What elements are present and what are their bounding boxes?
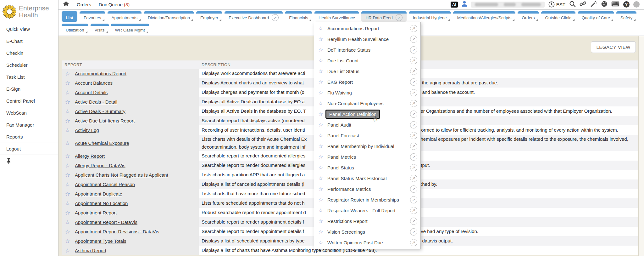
report-link[interactable]: Appointment Type Totals [75, 238, 126, 244]
open-in-new-icon[interactable]: ↗ [410, 121, 417, 128]
report-link[interactable]: Accommodations Report [75, 71, 126, 76]
open-in-new-icon[interactable]: ↗ [410, 164, 417, 171]
open-in-new-icon[interactable]: ↗ [410, 57, 417, 64]
menu-item-dot-interface-status[interactable]: ☆ DoT Interface Status ↗ [314, 44, 420, 55]
report-link[interactable]: Active Deals - Summary [75, 109, 125, 114]
timezone-button[interactable]: EST [548, 1, 565, 8]
favorite-star-icon[interactable]: ☆ [317, 79, 324, 85]
report-link[interactable]: Applicant Charts Not Flagged as Is Appli… [75, 172, 168, 178]
menu-item-performance-metrics[interactable]: ☆ Performance Metrics ↗ [314, 184, 420, 194]
menu-item-ekg-report[interactable]: ☆ EKG Report ↗ [314, 77, 420, 87]
legacy-view-button[interactable]: LEGACY VIEW [591, 41, 636, 53]
menu-item-panel-status-mark-historical[interactable]: ☆ Panel Status Mark Historical ↗ [314, 173, 420, 184]
sidebar-item-reports[interactable]: Reports [0, 131, 58, 143]
report-link[interactable]: Allergy Report - DataVis [75, 163, 125, 168]
report-link[interactable]: Appointment Report - DataVis [75, 219, 137, 225]
menu-item-restrictions-report[interactable]: ☆ Restrictions Report ↗ [314, 216, 420, 226]
favorite-star-icon[interactable]: ☆ [64, 247, 71, 254]
favorite-star-icon[interactable]: ☆ [64, 181, 71, 188]
favorite-star-icon[interactable]: ☆ [317, 164, 324, 171]
open-in-new-icon[interactable]: ↗ [410, 68, 417, 75]
favorite-star-icon[interactable]: ☆ [64, 99, 71, 105]
sidebar-item-webscan[interactable]: WebScan [0, 107, 58, 119]
tab-visits[interactable]: Visits [91, 24, 109, 34]
menu-item-beryllium-health-surveillance[interactable]: ☆ Beryllium Health Surveillance ↗ [314, 34, 420, 44]
menu-item-panel-membership-by-individual[interactable]: ☆ Panel Membership by Individual ↗ [314, 141, 420, 151]
sidebar-item-e-sign[interactable]: E-Sign [0, 83, 58, 95]
favorite-star-icon[interactable]: ☆ [64, 191, 71, 197]
globe-button[interactable] [601, 1, 608, 9]
report-link[interactable]: Active Due List Items Report [75, 118, 135, 123]
report-link[interactable]: Account Balances [75, 80, 113, 86]
menu-item-panel-action-definition[interactable]: ☆ Panel Action Definition ↗ ☝ [314, 109, 420, 119]
favorite-star-icon[interactable]: ☆ [317, 47, 324, 53]
favorite-star-icon[interactable]: ☆ [64, 140, 71, 146]
favorite-star-icon[interactable]: ☆ [317, 207, 324, 213]
menu-item-accommodations-report[interactable]: ☆ Accommodations Report ↗ [314, 23, 420, 34]
report-link[interactable]: Activity Log [75, 128, 99, 133]
open-in-new-icon[interactable]: ↗ [410, 143, 417, 150]
favorite-star-icon[interactable]: ☆ [317, 175, 324, 181]
favorite-star-icon[interactable]: ☆ [317, 196, 324, 203]
open-in-new-icon[interactable]: ↗ [410, 207, 417, 214]
open-in-new-icon[interactable]: ↗ [410, 228, 417, 236]
favorite-star-icon[interactable]: ☆ [317, 154, 324, 160]
menu-item-panel-forecast[interactable]: ☆ Panel Forecast ↗ [314, 130, 420, 141]
favorite-star-icon[interactable]: ☆ [317, 57, 324, 64]
tab-hr-data-feed[interactable]: HR Data Feed ↗ [361, 11, 406, 22]
tab-dictation-transcription[interactable]: Dictation/Transcription [144, 11, 194, 22]
menu-item-panel-audit[interactable]: ☆ Panel Audit ↗ [314, 119, 420, 130]
help-button[interactable]: ? [623, 1, 630, 8]
favorite-star-icon[interactable]: ☆ [317, 100, 324, 106]
open-in-new-icon[interactable]: ↗ [410, 111, 417, 118]
menu-item-respirator-roster-in-memberships[interactable]: ☆ Respirator Roster in Memberships ↗ [314, 194, 420, 205]
doc-queue-link[interactable]: Doc Queue (3) [99, 2, 130, 7]
report-link[interactable]: Appointment Report Revisions - DataVis [75, 229, 159, 234]
open-in-new-icon[interactable]: ↗ [410, 36, 417, 43]
open-in-new-icon[interactable]: ↗ [396, 14, 402, 21]
link-button[interactable] [580, 0, 586, 9]
search-button[interactable] [569, 1, 576, 9]
report-link[interactable]: Appointment Duplicate [75, 191, 122, 196]
open-in-new-icon[interactable]: ↗ [410, 89, 417, 96]
favorite-star-icon[interactable]: ☆ [317, 132, 324, 139]
favorite-star-icon[interactable]: ☆ [317, 111, 324, 117]
report-link[interactable]: Account Details [75, 90, 108, 95]
favorite-star-icon[interactable]: ☆ [64, 89, 71, 96]
tab-industrial-hygiene[interactable]: Industrial Hygiene [409, 11, 451, 22]
favorite-star-icon[interactable]: ☆ [64, 200, 71, 207]
open-in-new-icon[interactable]: ↗ [272, 14, 279, 21]
favorite-star-icon[interactable]: ☆ [64, 117, 71, 124]
tab-employer[interactable]: Employer [196, 11, 222, 22]
tab-health-surveillance[interactable]: Health Surveillance ☆ Accommodations Rep… [314, 11, 359, 22]
home-button[interactable] [63, 1, 69, 8]
report-link[interactable]: Acute Chemical Exposure [75, 140, 129, 146]
favorite-star-icon[interactable]: ☆ [317, 36, 324, 42]
favorite-star-icon[interactable]: ☆ [64, 127, 71, 134]
report-link[interactable]: Appointment No Location [75, 201, 128, 206]
favorite-star-icon[interactable]: ☆ [64, 209, 71, 216]
tab-outside-clinic[interactable]: Outside Clinic [541, 11, 575, 22]
tab-list[interactable]: List [62, 11, 77, 22]
report-link[interactable]: Active Deals - Detail [75, 99, 117, 105]
tab-medications-allergies-scripts[interactable]: Medications/Allergies/Scripts [453, 11, 516, 22]
favorite-star-icon[interactable]: ☆ [317, 89, 324, 96]
tab-appointments[interactable]: Appointments [108, 11, 142, 22]
favorite-star-icon[interactable]: ☆ [317, 186, 324, 192]
report-link[interactable]: Appointment Report [75, 210, 117, 215]
favorite-star-icon[interactable]: ☆ [64, 172, 71, 178]
menu-item-non-compliant-employees[interactable]: ☆ Non-Compliant Employees ↗ [314, 98, 420, 109]
sidebar-item-task-list[interactable]: Task List [0, 71, 58, 83]
favorite-star-icon[interactable]: ☆ [64, 70, 71, 77]
tab-safety[interactable]: Safety [616, 11, 636, 22]
tab-orders[interactable]: Orders [518, 11, 539, 22]
favorite-star-icon[interactable]: ☆ [64, 108, 71, 115]
favorite-star-icon[interactable]: ☆ [317, 229, 324, 235]
tab-wr-case-mgmt[interactable]: WR Case Mgmt [111, 24, 149, 34]
open-in-new-icon[interactable]: ↗ [410, 132, 417, 139]
menu-item-panel-metrics[interactable]: ☆ Panel Metrics ↗ [314, 151, 420, 162]
open-in-new-icon[interactable]: ↗ [410, 46, 417, 54]
sidebar-item-quick-view[interactable]: Quick View [0, 23, 58, 35]
favorite-star-icon[interactable]: ☆ [317, 122, 324, 128]
menu-item-due-list-status[interactable]: ☆ Due List Status ↗ [314, 66, 420, 77]
